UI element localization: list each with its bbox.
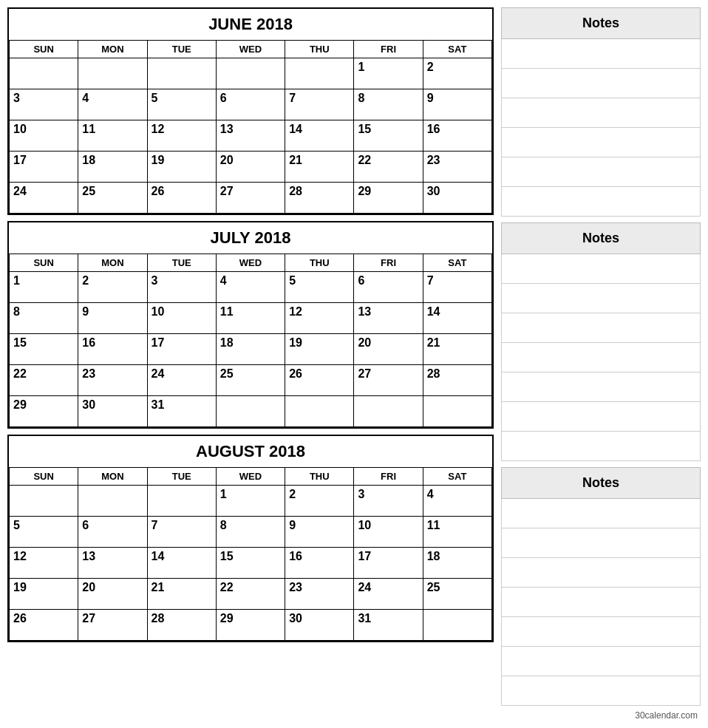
note-line	[501, 499, 701, 528]
calendar-day-cell: 5	[285, 272, 354, 303]
calendar-day-cell: 15	[216, 548, 285, 579]
day-header-wed: WED	[216, 468, 285, 486]
calendar-day-cell: 13	[216, 120, 285, 152]
calendar-day-cell: 12	[147, 120, 216, 152]
calendar-day-cell	[10, 58, 78, 89]
day-header-sun: SUN	[10, 41, 78, 58]
day-header-mon: MON	[78, 254, 147, 272]
day-header-thu: THU	[285, 468, 354, 486]
calendar-day-cell: 13	[354, 303, 423, 334]
note-line	[501, 313, 701, 343]
day-header-thu: THU	[285, 254, 354, 272]
day-header-wed: WED	[216, 41, 285, 58]
calendar-day-cell: 17	[147, 334, 216, 365]
calendar-day-cell: 23	[285, 579, 354, 610]
calendar-day-cell: 24	[354, 579, 423, 610]
calendar-day-cell: 1	[354, 58, 423, 89]
calendar-day-cell: 10	[10, 120, 78, 152]
calendar-day-cell: 10	[147, 303, 216, 334]
calendar-day-cell: 26	[10, 610, 78, 641]
calendar-day-cell: 30	[78, 396, 147, 427]
note-line	[501, 128, 701, 157]
day-header-sun: SUN	[10, 468, 78, 486]
calendar-day-cell: 30	[423, 183, 491, 214]
calendar-day-cell: 3	[10, 89, 78, 120]
calendar-day-cell: 6	[78, 517, 147, 548]
calendar-day-cell: 25	[423, 579, 491, 610]
note-line	[501, 647, 701, 676]
calendar-day-cell: 8	[216, 517, 285, 548]
calendar-day-cell: 7	[285, 89, 354, 120]
calendar-day-cell: 8	[10, 303, 78, 334]
calendar-title-june-2018: JUNE 2018	[10, 9, 492, 41]
calendar-day-cell: 16	[423, 120, 491, 152]
calendar-day-cell: 5	[147, 89, 216, 120]
calendar-day-cell: 2	[285, 486, 354, 517]
note-line	[501, 157, 701, 187]
note-line	[501, 617, 701, 647]
note-line	[501, 39, 701, 69]
calendar-day-cell: 22	[10, 365, 78, 396]
calendar-day-cell: 24	[10, 183, 78, 214]
note-line	[501, 676, 701, 706]
calendar-day-cell: 21	[285, 152, 354, 183]
day-header-tue: TUE	[147, 41, 216, 58]
calendar-day-cell: 19	[285, 334, 354, 365]
calendar-table-june-2018: JUNE 2018SUNMONTUEWEDTHUFRISAT1234567891…	[9, 9, 492, 214]
calendar-june-2018: JUNE 2018SUNMONTUEWEDTHUFRISAT1234567891…	[7, 7, 494, 215]
calendar-day-cell: 23	[423, 152, 491, 183]
calendar-title-august-2018: AUGUST 2018	[10, 436, 492, 468]
note-line	[501, 98, 701, 128]
note-line	[501, 187, 701, 217]
calendar-day-cell: 15	[10, 334, 78, 365]
notes-header-notes-august: Notes	[501, 467, 701, 499]
calendar-day-cell: 3	[354, 486, 423, 517]
calendar-day-cell: 22	[354, 152, 423, 183]
calendar-day-cell: 12	[10, 548, 78, 579]
calendar-august-2018: AUGUST 2018SUNMONTUEWEDTHUFRISAT12345678…	[7, 435, 494, 642]
calendar-day-cell: 25	[78, 183, 147, 214]
calendar-day-cell: 5	[10, 517, 78, 548]
calendar-table-july-2018: JULY 2018SUNMONTUEWEDTHUFRISAT1234567891…	[9, 222, 492, 427]
calendar-day-cell: 6	[354, 272, 423, 303]
day-header-sun: SUN	[10, 254, 78, 272]
calendar-day-cell	[147, 486, 216, 517]
calendar-day-cell: 1	[10, 272, 78, 303]
note-line	[501, 558, 701, 588]
calendar-day-cell: 21	[147, 579, 216, 610]
day-header-sat: SAT	[423, 468, 491, 486]
main-container: JUNE 2018SUNMONTUEWEDTHUFRISAT1234567891…	[7, 7, 701, 707]
calendar-day-cell: 17	[10, 152, 78, 183]
calendar-day-cell	[10, 486, 78, 517]
day-header-mon: MON	[78, 468, 147, 486]
calendar-day-cell: 31	[354, 610, 423, 641]
day-header-fri: FRI	[354, 41, 423, 58]
note-line	[501, 402, 701, 432]
calendar-day-cell: 4	[78, 89, 147, 120]
calendar-july-2018: JULY 2018SUNMONTUEWEDTHUFRISAT1234567891…	[7, 221, 494, 429]
notes-header-notes-july: Notes	[501, 222, 701, 254]
calendar-day-cell	[147, 58, 216, 89]
calendar-day-cell: 23	[78, 365, 147, 396]
calendar-day-cell: 4	[216, 272, 285, 303]
calendar-day-cell: 28	[147, 610, 216, 641]
note-line	[501, 372, 701, 402]
note-line	[501, 343, 701, 372]
calendar-day-cell	[78, 486, 147, 517]
calendar-day-cell: 19	[147, 152, 216, 183]
calendar-day-cell: 29	[10, 396, 78, 427]
calendar-day-cell	[285, 58, 354, 89]
calendar-day-cell: 3	[147, 272, 216, 303]
calendar-day-cell: 7	[423, 272, 491, 303]
footer: 30calendar.com	[7, 707, 701, 721]
calendar-day-cell: 31	[147, 396, 216, 427]
day-header-sat: SAT	[423, 254, 491, 272]
notes-panel-notes-july: Notes	[501, 222, 701, 461]
calendar-day-cell: 30	[285, 610, 354, 641]
calendar-day-cell	[285, 396, 354, 427]
calendar-day-cell: 9	[423, 89, 491, 120]
notes-column: NotesNotesNotes	[501, 7, 701, 707]
calendar-day-cell: 29	[354, 183, 423, 214]
day-header-mon: MON	[78, 41, 147, 58]
calendar-day-cell: 16	[78, 334, 147, 365]
